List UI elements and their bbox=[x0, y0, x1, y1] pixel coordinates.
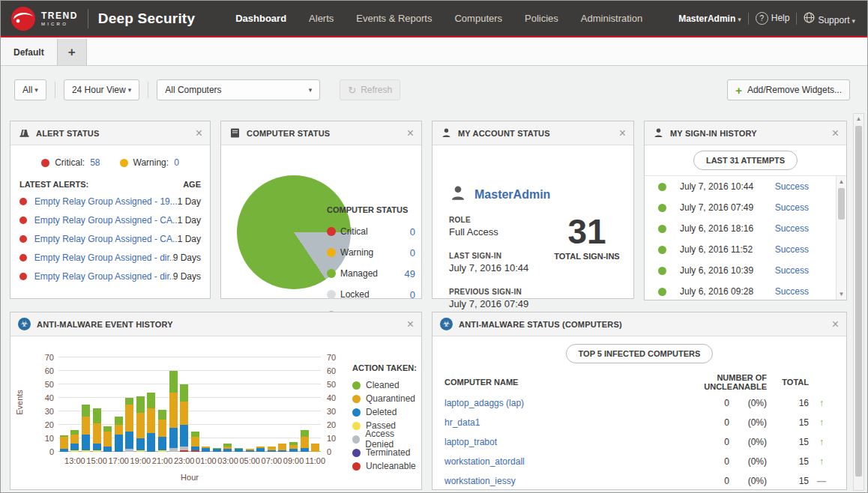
success-dot bbox=[658, 288, 666, 296]
support-menu[interactable]: Support▾ bbox=[804, 12, 855, 25]
my-account-status-body: MasterAdmin ROLE Full Access LAST SIGN-I… bbox=[433, 145, 633, 298]
nav-alerts[interactable]: Alerts bbox=[309, 13, 334, 24]
warning-count-link[interactable]: 0 bbox=[174, 157, 179, 168]
stacked-bar-07:00[interactable] bbox=[268, 447, 276, 452]
am-chart-plot bbox=[58, 357, 321, 452]
computer-link[interactable]: laptop_adaggs (lap) bbox=[444, 398, 662, 408]
computer-filter-dropdown[interactable]: All Computers▾ bbox=[157, 79, 320, 100]
signin-result-link[interactable]: Success bbox=[775, 244, 809, 255]
nav-dashboard[interactable]: Dashboard bbox=[235, 13, 286, 24]
scope-filter-dropdown[interactable]: All▾ bbox=[14, 79, 46, 100]
alert-link[interactable]: Empty Relay Group Assigned - dir... bbox=[34, 252, 173, 263]
scroll-thumb[interactable] bbox=[838, 188, 845, 220]
last-attempts-button[interactable]: LAST 31 ATTEMPTS bbox=[693, 151, 798, 170]
stacked-bar-00:00[interactable] bbox=[191, 432, 199, 452]
stacked-bar-20:00[interactable] bbox=[147, 393, 155, 452]
scroll-thumb[interactable] bbox=[855, 126, 862, 477]
total-count: 15 bbox=[767, 476, 809, 486]
stacked-bar-02:00[interactable] bbox=[213, 448, 221, 452]
help-menu[interactable]: ?Help bbox=[756, 12, 790, 25]
close-icon[interactable]: × bbox=[196, 127, 202, 139]
signin-result-link[interactable]: Success bbox=[775, 223, 809, 234]
x-tick-label: 19:00 bbox=[130, 456, 151, 465]
y-tick-label: 70 bbox=[327, 353, 346, 362]
computer-link[interactable]: workstation_iessy bbox=[444, 476, 662, 486]
bar-segment bbox=[158, 420, 166, 437]
time-filter-dropdown[interactable]: 24 Hour View▾ bbox=[64, 79, 139, 100]
alert-link[interactable]: Empty Relay Group Assigned - dir... bbox=[34, 271, 173, 282]
stacked-bar-23:00[interactable] bbox=[180, 384, 188, 452]
alert-link[interactable]: Empty Relay Group Assigned - CA... bbox=[34, 234, 178, 244]
nav-administration[interactable]: Administration bbox=[581, 13, 642, 24]
stacked-bar-11:00[interactable] bbox=[311, 444, 319, 452]
y-tick-label: 70 bbox=[34, 353, 54, 362]
alert-link[interactable]: Empty Relay Group Assigned - CA... bbox=[34, 215, 178, 226]
alert-age: 1 Day bbox=[178, 234, 201, 244]
table-row: workstation_iessy 0 (0%) 15 — bbox=[433, 471, 846, 491]
signin-result-link[interactable]: Success bbox=[775, 286, 809, 297]
stacked-bar-06:00[interactable] bbox=[256, 447, 265, 452]
stacked-bar-10:00[interactable] bbox=[301, 430, 309, 452]
bar-segment bbox=[115, 417, 123, 425]
stacked-bar-05:00[interactable] bbox=[246, 449, 254, 452]
alert-age: 1 Day bbox=[178, 196, 201, 207]
close-icon[interactable]: × bbox=[407, 127, 414, 139]
status-count-link[interactable]: 0 bbox=[410, 289, 415, 300]
status-count-link[interactable]: 0 bbox=[410, 226, 415, 238]
scroll-up-icon[interactable]: ▲ bbox=[854, 115, 864, 122]
brand-divider bbox=[88, 9, 88, 28]
stacked-bar-15:00[interactable] bbox=[93, 408, 101, 452]
am-chart-ylabels-left: 010203040506070 bbox=[34, 357, 54, 452]
stacked-bar-09:00[interactable] bbox=[289, 442, 298, 452]
biohazard-icon: ☣ bbox=[440, 318, 453, 330]
signin-result-link[interactable]: Success bbox=[775, 265, 809, 276]
close-icon[interactable]: × bbox=[407, 318, 414, 330]
user-menu[interactable]: MasterAdmin▾ bbox=[678, 13, 741, 24]
stacked-bar-19:00[interactable] bbox=[136, 396, 145, 452]
widget-scrollbar[interactable]: ▲ ▼ bbox=[836, 176, 846, 300]
stacked-bar-18:00[interactable] bbox=[125, 398, 133, 452]
close-icon[interactable]: × bbox=[832, 127, 839, 139]
stacked-bar-16:00[interactable] bbox=[103, 426, 112, 452]
close-icon[interactable]: × bbox=[832, 318, 839, 330]
top5-infected-button[interactable]: TOP 5 INFECTED COMPUTERS bbox=[566, 344, 714, 363]
divider bbox=[796, 13, 797, 25]
caret-down-icon: ▾ bbox=[309, 86, 313, 94]
legend-item: Quarantined bbox=[352, 392, 421, 405]
nav-policies[interactable]: Policies bbox=[525, 13, 558, 24]
close-icon[interactable]: × bbox=[619, 127, 626, 139]
stacked-bar-01:00[interactable] bbox=[202, 447, 210, 452]
status-count-link[interactable]: 0 bbox=[410, 247, 415, 258]
refresh-button[interactable]: ↻Refresh bbox=[340, 79, 400, 100]
stacked-bar-04:00[interactable] bbox=[235, 448, 243, 452]
stacked-bar-21:00[interactable] bbox=[158, 410, 166, 452]
add-tab-button[interactable]: + bbox=[58, 39, 87, 65]
computer-link[interactable]: workstation_atordall bbox=[444, 456, 662, 467]
nav-events-reports[interactable]: Events & Reports bbox=[356, 13, 432, 24]
tab-default[interactable]: Default bbox=[1, 39, 58, 65]
stacked-bar-14:00[interactable] bbox=[82, 405, 90, 452]
page-scrollbar[interactable]: ▲ bbox=[853, 113, 864, 491]
scroll-down-icon[interactable]: ▼ bbox=[837, 291, 846, 297]
bar-slot bbox=[58, 357, 70, 452]
computer-link[interactable]: laptop_trabot bbox=[444, 437, 662, 447]
stacked-bar-08:00[interactable] bbox=[278, 444, 286, 452]
stacked-bar-12:00[interactable] bbox=[60, 435, 68, 452]
username-link[interactable]: MasterAdmin bbox=[474, 188, 550, 202]
bar-segment bbox=[82, 450, 90, 452]
stacked-bar-22:00[interactable] bbox=[169, 371, 178, 452]
status-count-link[interactable]: 49 bbox=[405, 268, 415, 279]
bar-segment bbox=[278, 444, 286, 450]
signin-result-link[interactable]: Success bbox=[775, 202, 809, 213]
stacked-bar-03:00[interactable] bbox=[223, 444, 232, 452]
nav-computers[interactable]: Computers bbox=[454, 13, 502, 24]
computer-link[interactable]: hr_data1 bbox=[444, 417, 662, 428]
stacked-bar-17:00[interactable] bbox=[115, 417, 123, 452]
widget-title: ANTI-MALWARE STATUS (COMPUTERS) bbox=[459, 320, 622, 329]
add-remove-widgets-button[interactable]: +Add/Remove Widgets... bbox=[727, 79, 850, 100]
stacked-bar-13:00[interactable] bbox=[70, 430, 79, 452]
scroll-up-icon[interactable]: ▲ bbox=[837, 178, 846, 185]
alert-link[interactable]: Empty Relay Group Assigned - 19... bbox=[34, 196, 178, 207]
signin-result-link[interactable]: Success bbox=[775, 181, 809, 192]
critical-count-link[interactable]: 58 bbox=[90, 157, 100, 168]
